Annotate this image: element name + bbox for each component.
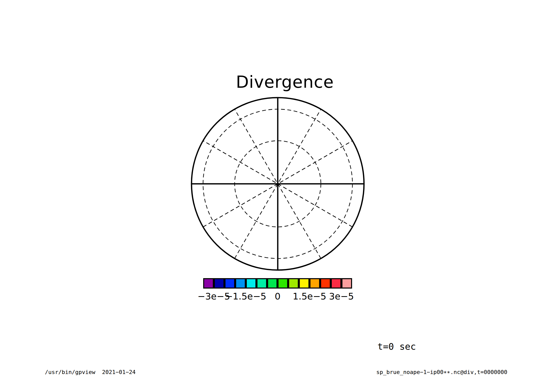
colorbar-tick-label: −1.5e−5 (225, 292, 266, 301)
colorbar-tick-label: 0 (275, 292, 281, 301)
colorbar-cell (267, 278, 278, 289)
polar-map (190, 96, 366, 272)
colorbar-cell (214, 278, 224, 289)
time-label: t=0 sec (377, 342, 416, 351)
colorbar-cell (341, 278, 352, 289)
colorbar (203, 278, 352, 289)
colorbar-cell (309, 278, 320, 289)
colorbar-tick-labels: −3e−5−1.5e−501.5e−53e−5 (203, 292, 352, 304)
colorbar-tick-label: 3e−5 (329, 292, 354, 301)
colorbar-cell (235, 278, 246, 289)
colorbar-cell (320, 278, 331, 289)
plot-title: Divergence (236, 74, 334, 91)
colorbar-cell (246, 278, 256, 289)
colorbar-cell (331, 278, 341, 289)
colorbar-cell (203, 278, 214, 289)
colorbar-tick-label: 1.5e−5 (293, 292, 326, 301)
colorbar-cell (299, 278, 309, 289)
footer-filename: sp_brue_noape−1−ip00∗∗.nc@div,t=0000000 (376, 369, 507, 375)
colorbar-cell (278, 278, 288, 289)
colorbar-cell (256, 278, 267, 289)
colorbar-cell (224, 278, 235, 289)
gpview-figure: Divergence −3e−5−1.5e−501.5e−53e−5 t=0 s… (0, 0, 555, 392)
footer-command-date: /usr/bin/gpview 2021−01−24 (45, 369, 136, 375)
colorbar-cell (288, 278, 299, 289)
